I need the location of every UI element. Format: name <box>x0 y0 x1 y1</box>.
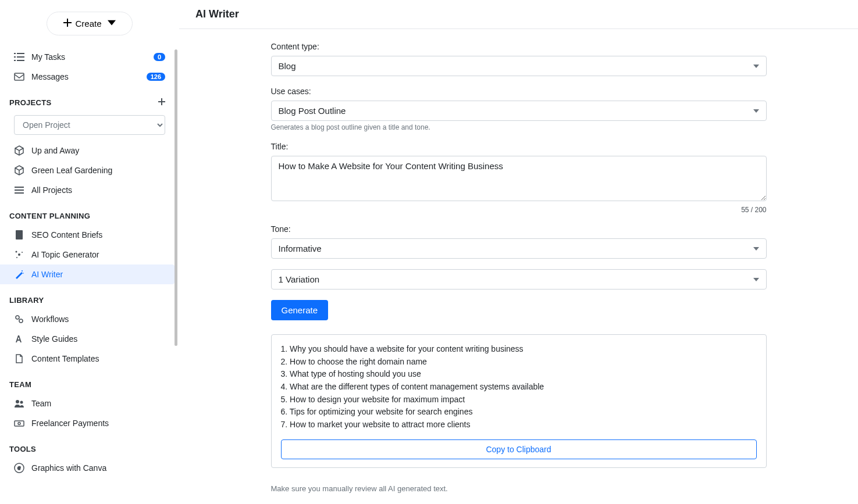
svg-rect-7 <box>17 60 24 61</box>
nav-label: AI Topic Generator <box>31 250 165 259</box>
document-icon <box>14 230 24 240</box>
users-icon <box>14 398 24 409</box>
tone-select[interactable]: Informative <box>271 238 767 259</box>
svg-rect-8 <box>15 73 24 80</box>
variation-select[interactable]: 1 Variation <box>271 269 767 289</box>
nav-label: My Tasks <box>31 52 147 62</box>
nav-ai-topic-generator[interactable]: AI Topic Generator <box>0 245 179 264</box>
nav-workflows[interactable]: Workflows <box>0 309 179 329</box>
svg-rect-11 <box>15 187 24 188</box>
add-project-icon[interactable] <box>158 98 165 107</box>
nav-label: Workflows <box>31 314 165 324</box>
nav-ai-writer[interactable]: AI Writer <box>0 264 175 284</box>
content-type-select[interactable]: Blog <box>271 56 767 76</box>
sparkle-icon <box>14 249 24 260</box>
cube-icon <box>14 165 24 176</box>
svg-rect-6 <box>14 60 16 61</box>
svg-rect-10 <box>158 101 165 102</box>
nav-seo-briefs[interactable]: SEO Content Briefs <box>0 225 179 245</box>
svg-rect-4 <box>14 56 16 58</box>
svg-rect-2 <box>14 53 16 54</box>
sidebar-scrollbar[interactable] <box>175 0 178 504</box>
title-label: Title: <box>271 142 767 151</box>
svg-point-18 <box>16 257 17 258</box>
tone-label: Tone: <box>271 224 767 234</box>
svg-point-19 <box>22 270 23 271</box>
generate-button[interactable]: Generate <box>271 300 329 320</box>
scrollbar-thumb[interactable] <box>175 49 177 346</box>
svg-rect-14 <box>16 230 23 240</box>
result-line: 6. Tips for optimizing your website for … <box>281 406 757 419</box>
svg-rect-13 <box>15 192 24 194</box>
nav-label: Up and Away <box>31 146 165 155</box>
page-title: AI Writer <box>195 8 842 20</box>
wand-icon <box>14 269 24 280</box>
tasks-icon <box>14 52 24 62</box>
nav-label: Team <box>31 399 165 408</box>
menu-icon <box>14 185 24 195</box>
library-header: LIBRARY <box>0 284 179 309</box>
svg-point-23 <box>16 400 19 403</box>
plus-icon <box>63 19 72 28</box>
svg-point-16 <box>18 253 20 256</box>
nav-label: Green Leaf Gardening <box>31 166 165 175</box>
nav-style-guides[interactable]: Style Guides <box>0 329 179 349</box>
open-project-select[interactable]: Open Project <box>14 115 165 135</box>
nav-all-projects[interactable]: All Projects <box>0 180 179 200</box>
tools-header: TOOLS <box>0 433 179 458</box>
result-line: 3. What type of hosting should you use <box>281 368 757 381</box>
svg-rect-1 <box>63 22 72 23</box>
caret-down-icon <box>108 19 116 28</box>
nav-team[interactable]: Team <box>0 394 179 413</box>
result-line: 4. What are the different types of conte… <box>281 381 757 394</box>
svg-point-20 <box>23 273 24 274</box>
copy-to-clipboard-button[interactable]: Copy to Clipboard <box>281 439 757 459</box>
review-note: Make sure you manually review all AI gen… <box>271 484 767 493</box>
content-type-label: Content type: <box>271 42 767 51</box>
result-line: 7. How to market your website to attract… <box>281 419 757 431</box>
nav-label: All Projects <box>31 185 165 195</box>
nav-canva[interactable]: Graphics with Canva <box>0 458 179 478</box>
result-box: 1. Why you should have a website for you… <box>271 334 767 468</box>
nav-project-green-leaf[interactable]: Green Leaf Gardening <box>0 160 179 180</box>
svg-rect-12 <box>15 190 24 191</box>
font-icon <box>14 334 24 344</box>
use-cases-help: Generates a blog post outline given a ti… <box>271 123 767 131</box>
svg-rect-3 <box>17 53 24 54</box>
nav-freelancer-payments[interactable]: Freelancer Payments <box>0 413 179 433</box>
canva-icon <box>14 463 24 473</box>
gears-icon <box>14 314 24 324</box>
money-icon <box>14 418 24 428</box>
my-tasks-badge: 0 <box>154 53 165 61</box>
nav-label: Content Templates <box>31 354 165 363</box>
svg-rect-25 <box>15 421 24 426</box>
use-cases-select[interactable]: Blog Post Outline <box>271 101 767 121</box>
result-line: 5. How to design your website for maximu… <box>281 394 757 406</box>
nav-label: AI Writer <box>31 270 161 279</box>
nav-messages[interactable]: Messages 126 <box>0 67 179 87</box>
svg-rect-5 <box>17 56 24 58</box>
svg-point-26 <box>18 423 20 425</box>
title-textarea[interactable] <box>271 156 767 201</box>
title-char-count: 55 / 200 <box>271 206 767 214</box>
nav-content-templates[interactable]: Content Templates <box>0 349 179 369</box>
create-button[interactable]: Create <box>47 12 132 35</box>
nav-label: Messages <box>31 72 140 81</box>
result-line: 1. Why you should have a website for you… <box>281 343 757 356</box>
file-icon <box>14 353 24 364</box>
team-header: TEAM <box>0 369 179 394</box>
messages-badge: 126 <box>147 73 165 81</box>
main-content: AI Writer Content type: Blog Use cases: … <box>179 0 858 504</box>
create-label: Create <box>75 19 101 28</box>
svg-point-17 <box>22 252 23 253</box>
page-header: AI Writer <box>179 0 858 29</box>
nav-project-up-and-away[interactable]: Up and Away <box>0 141 179 160</box>
sidebar: Create My Tasks 0 Messages 126 PROJECTS … <box>0 0 179 504</box>
cube-icon <box>14 145 24 156</box>
nav-label: Graphics with Canva <box>31 463 165 473</box>
nav-label: Freelancer Payments <box>31 419 165 428</box>
result-line: 2. How to choose the right domain name <box>281 356 757 369</box>
svg-point-21 <box>16 316 19 319</box>
svg-point-22 <box>19 319 23 323</box>
nav-my-tasks[interactable]: My Tasks 0 <box>0 47 179 67</box>
